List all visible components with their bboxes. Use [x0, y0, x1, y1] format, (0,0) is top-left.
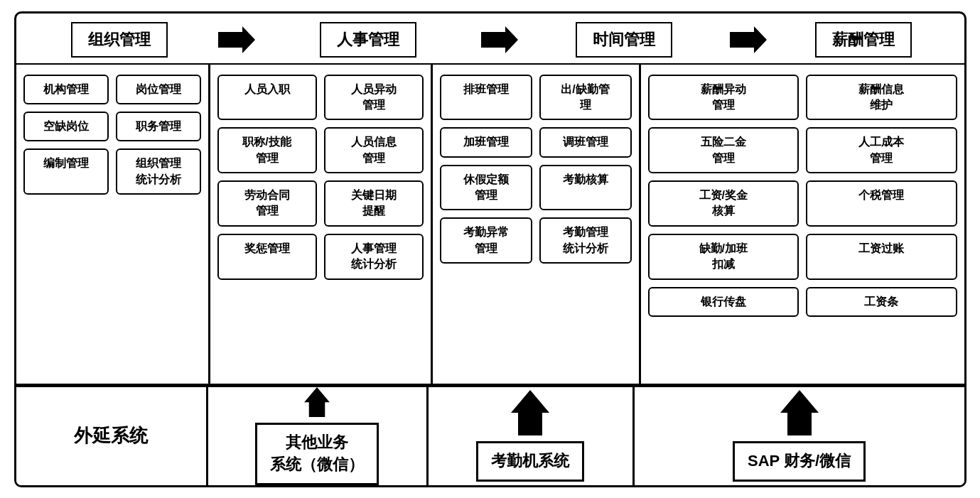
module-个税管理: 个税管理 — [806, 180, 957, 227]
bottom-col4-label: SAP 财务/微信 — [733, 441, 866, 482]
arrow-up-icon1 — [298, 387, 336, 417]
col1-grid: 机构管理 岗位管理 空缺岗位 职务管理 编制管理 组织管理统计分析 — [23, 75, 201, 195]
bottom-col2: 其他业务系统（微信） — [208, 387, 429, 485]
module-五险二金管理: 五险二金管理 — [648, 127, 799, 173]
module-组织管理统计分析: 组织管理统计分析 — [116, 148, 201, 195]
arrow-right-icon — [218, 26, 255, 53]
col2-header: 人事管理 — [258, 22, 478, 58]
arrow-up-icon2 — [511, 390, 549, 435]
col2-content: 人员入职 人员异动管理 职称/技能管理 人员信息管理 劳动合同管理 关键日期提醒… — [210, 65, 431, 384]
arrow-up-icon3 — [780, 390, 819, 435]
col3-grid: 排班管理 出/缺勤管理 加班管理 调班管理 休假定额管理 考勤核算 考勤异常管理… — [440, 75, 632, 264]
module-缺勤加班扣减: 缺勤/加班扣减 — [648, 234, 799, 280]
col1-title: 组织管理 — [71, 22, 168, 58]
col3-content: 排班管理 出/缺勤管理 加班管理 调班管理 休假定额管理 考勤核算 考勤异常管理… — [433, 65, 639, 384]
arrow-right-icon2 — [481, 26, 518, 53]
arrow3 — [727, 26, 770, 53]
module-人事管理统计分析: 人事管理统计分析 — [324, 234, 424, 280]
col4-content: 薪酬异动管理 薪酬信息维护 五险二金管理 人工成本管理 工资/奖金核算 个税管理… — [641, 65, 964, 384]
module-岗位管理: 岗位管理 — [116, 75, 201, 104]
module-考勤核算: 考勤核算 — [539, 165, 632, 211]
svg-marker-1 — [481, 26, 518, 53]
col1-header: 组织管理 — [23, 22, 215, 58]
arrow2 — [478, 26, 521, 53]
col4-grid: 薪酬异动管理 薪酬信息维护 五险二金管理 人工成本管理 工资/奖金核算 个税管理… — [648, 75, 957, 318]
module-機構管理: 机构管理 — [23, 75, 109, 104]
module-空缺岗位: 空缺岗位 — [23, 112, 109, 141]
module-银行传盘: 银行传盘 — [648, 287, 799, 317]
module-调班管理: 调班管理 — [539, 127, 632, 157]
col3-header: 时间管理 — [521, 22, 727, 58]
col3-title: 时间管理 — [576, 22, 672, 58]
module-薪酬异动管理: 薪酬异动管理 — [648, 75, 799, 121]
module-奖惩管理: 奖惩管理 — [217, 234, 317, 280]
bottom-col3: 考勤机系统 — [429, 387, 635, 485]
svg-marker-4 — [511, 390, 549, 435]
module-工资奖金核算: 工资/奖金核算 — [648, 180, 799, 227]
module-考勤管理统计分析: 考勤管理统计分析 — [539, 217, 632, 264]
svg-marker-0 — [218, 26, 255, 53]
bottom-col3-label: 考勤机系统 — [476, 441, 584, 482]
module-关键日期提醒: 关键日期提醒 — [324, 180, 424, 227]
col4-header: 薪酬管理 — [770, 22, 957, 58]
col1-content: 机构管理 岗位管理 空缺岗位 职务管理 编制管理 组织管理统计分析 — [16, 65, 208, 384]
arrow-right-icon3 — [730, 26, 767, 53]
module-加班管理: 加班管理 — [440, 127, 532, 157]
bottom-section: 外延系统 其他业务系统（微信） 考勤机系统 SAP 财务/微信 — [16, 387, 964, 485]
module-人员信息管理: 人员信息管理 — [324, 127, 424, 173]
col2-title: 人事管理 — [320, 22, 416, 58]
module-休假定额管理: 休假定额管理 — [440, 165, 532, 211]
module-出缺勤管理: 出/缺勤管理 — [539, 75, 632, 121]
svg-marker-2 — [730, 26, 767, 53]
main-container: 组织管理 人事管理 时间管理 — [14, 11, 966, 487]
bottom-col1: 外延系统 — [16, 387, 208, 485]
svg-marker-5 — [780, 390, 819, 435]
bottom-col2-label: 其他业务系统（微信） — [255, 423, 379, 485]
module-编制管理: 编制管理 — [23, 148, 109, 195]
module-考勤异常管理: 考勤异常管理 — [440, 217, 532, 264]
arrow1 — [215, 26, 258, 53]
module-人员入职: 人员入职 — [217, 75, 317, 121]
module-排班管理: 排班管理 — [440, 75, 532, 121]
top-section: 组织管理 人事管理 时间管理 — [16, 13, 964, 387]
bottom-col4: SAP 财务/微信 — [635, 387, 964, 485]
module-人工成本管理: 人工成本管理 — [806, 127, 957, 173]
svg-marker-3 — [304, 387, 330, 417]
bottom-col1-label: 外延系统 — [74, 423, 148, 448]
header-row: 组织管理 人事管理 时间管理 — [16, 13, 964, 65]
module-劳动合同管理: 劳动合同管理 — [217, 180, 317, 227]
module-职称技能管理: 职称/技能管理 — [217, 127, 317, 173]
col2-grid: 人员入职 人员异动管理 职称/技能管理 人员信息管理 劳动合同管理 关键日期提醒… — [217, 75, 424, 280]
content-row: 机构管理 岗位管理 空缺岗位 职务管理 编制管理 组织管理统计分析 人员入职 人… — [16, 65, 964, 384]
module-工资条: 工资条 — [806, 287, 957, 317]
module-工资过账: 工资过账 — [806, 234, 957, 280]
col4-title: 薪酬管理 — [815, 22, 912, 58]
module-薪酬信息维护: 薪酬信息维护 — [806, 75, 957, 121]
module-职务管理: 职务管理 — [116, 112, 201, 141]
module-人员异动管理: 人员异动管理 — [324, 75, 424, 121]
